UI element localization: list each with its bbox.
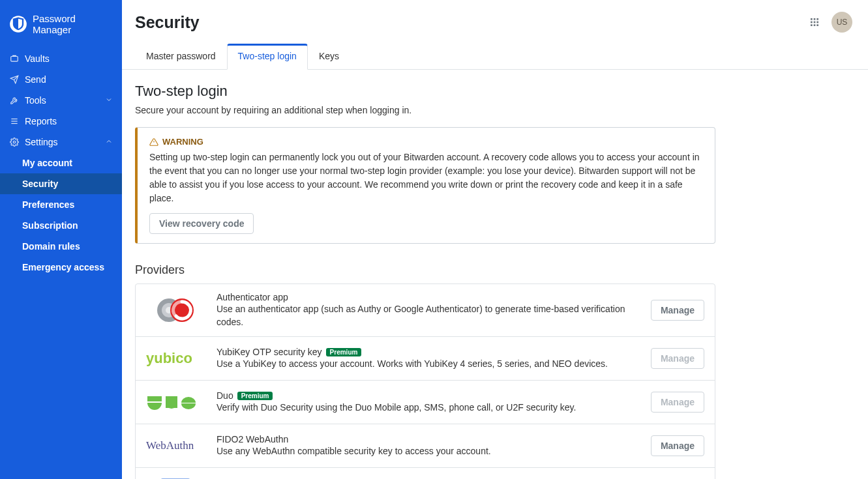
svg-rect-7 xyxy=(814,18,816,20)
provider-email: Email Verification codes will be emailed… xyxy=(136,468,715,479)
view-recovery-code-button[interactable]: View recovery code xyxy=(149,213,254,234)
svg-rect-1 xyxy=(11,57,18,62)
premium-badge: Premium xyxy=(326,348,362,356)
svg-rect-8 xyxy=(816,18,818,20)
provider-yubikey: yubico YubiKey OTP security keyPremium U… xyxy=(136,337,715,381)
brand[interactable]: Password Manager xyxy=(0,9,122,48)
brand-text: Password Manager xyxy=(33,13,113,35)
provider-desc: Use a YubiKey to access your account. Wo… xyxy=(217,358,639,371)
page-title: Security xyxy=(135,13,808,32)
sidebar-item-domain-rules[interactable]: Domain rules xyxy=(0,236,122,257)
content: Two-step login Secure your account by re… xyxy=(122,70,728,479)
sidebar-item-label: Reports xyxy=(25,116,57,126)
provider-webauthn: WebAuthn FIDO2 WebAuthn Use any WebAuthn… xyxy=(136,424,715,468)
email-icon xyxy=(146,476,205,479)
send-icon xyxy=(9,74,20,85)
svg-text:yubico: yubico xyxy=(146,350,192,366)
svg-rect-22 xyxy=(147,396,162,401)
tab-master-password[interactable]: Master password xyxy=(135,44,227,70)
avatar[interactable]: US xyxy=(831,12,852,33)
main: Security US Master password Two-step log… xyxy=(122,0,868,479)
sidebar-item-label: Settings xyxy=(25,137,58,147)
svg-point-5 xyxy=(13,141,16,143)
sidebar: Password Manager Vaults Send Tools Repor… xyxy=(0,0,122,479)
svg-rect-11 xyxy=(816,22,818,23)
tab-keys[interactable]: Keys xyxy=(308,44,350,70)
manage-button[interactable]: Manage xyxy=(651,348,704,369)
sidebar-item-reports[interactable]: Reports xyxy=(0,111,122,132)
provider-name: YubiKey OTP security key xyxy=(217,347,322,357)
yubico-logo-icon: yubico xyxy=(146,345,205,372)
provider-name: Duo xyxy=(217,390,233,401)
provider-list: Authenticator app Use an authenticator a… xyxy=(135,283,715,479)
warning-icon xyxy=(149,138,158,147)
shield-icon xyxy=(9,15,27,33)
manage-button[interactable]: Manage xyxy=(651,300,704,321)
provider-desc: Use an authenticator app (such as Authy … xyxy=(217,303,639,328)
provider-authenticator: Authenticator app Use an authenticator a… xyxy=(136,284,715,337)
vault-icon xyxy=(9,53,20,64)
provider-name: Authenticator app xyxy=(217,292,288,302)
warning-callout: WARNING Setting up two-step login can pe… xyxy=(135,127,715,244)
sidebar-item-security[interactable]: Security xyxy=(0,173,122,194)
sidebar-item-preferences[interactable]: Preferences xyxy=(0,194,122,215)
chevron-down-icon xyxy=(105,95,113,106)
manage-button[interactable]: Manage xyxy=(651,435,704,456)
premium-badge: Premium xyxy=(237,392,273,400)
sidebar-item-emergency-access[interactable]: Emergency access xyxy=(0,257,122,278)
gear-icon xyxy=(9,137,20,147)
header: Security US xyxy=(122,0,868,33)
sidebar-item-label: Tools xyxy=(25,95,46,106)
svg-rect-14 xyxy=(816,24,818,26)
sidebar-item-label: Send xyxy=(25,74,46,85)
sidebar-item-subscription[interactable]: Subscription xyxy=(0,215,122,236)
svg-rect-13 xyxy=(814,24,816,26)
svg-rect-6 xyxy=(811,18,813,20)
svg-text:WebAuthn: WebAuthn xyxy=(146,439,194,452)
tab-two-step-login[interactable]: Two-step login xyxy=(227,44,308,70)
warning-title: WARNING xyxy=(149,137,703,147)
warning-body: Setting up two-step login can permanentl… xyxy=(149,151,703,205)
app-switcher-icon[interactable] xyxy=(808,16,821,29)
chevron-up-icon xyxy=(105,137,113,147)
provider-desc: Use any WebAuthn compatible security key… xyxy=(217,445,639,458)
provider-duo: DuoPremium Verify with Duo Security usin… xyxy=(136,381,715,424)
webauthn-logo-icon: WebAuthn xyxy=(146,432,205,459)
provider-desc: Verify with Duo Security using the Duo M… xyxy=(217,401,639,414)
tools-icon xyxy=(9,95,20,106)
sidebar-item-label: Vaults xyxy=(25,53,50,64)
sidebar-item-my-account[interactable]: My account xyxy=(0,152,122,173)
providers-heading: Providers xyxy=(135,263,715,277)
svg-rect-10 xyxy=(814,22,816,23)
warning-label: WARNING xyxy=(162,137,203,147)
section-title: Two-step login xyxy=(135,83,715,100)
svg-rect-9 xyxy=(811,22,813,23)
provider-name: FIDO2 WebAuthn xyxy=(217,434,288,444)
manage-button[interactable]: Manage xyxy=(651,392,704,413)
sidebar-item-settings[interactable]: Settings xyxy=(0,132,122,152)
section-desc: Secure your account by requiring an addi… xyxy=(135,105,715,115)
sidebar-item-tools[interactable]: Tools xyxy=(0,90,122,111)
sidebar-item-send[interactable]: Send xyxy=(0,69,122,90)
duo-logo-icon xyxy=(146,388,205,416)
svg-rect-12 xyxy=(811,24,813,26)
tabs: Master password Two-step login Keys xyxy=(122,43,868,70)
reports-icon xyxy=(9,116,20,126)
authenticator-logo-icon xyxy=(146,297,205,324)
sidebar-item-vaults[interactable]: Vaults xyxy=(0,48,122,69)
